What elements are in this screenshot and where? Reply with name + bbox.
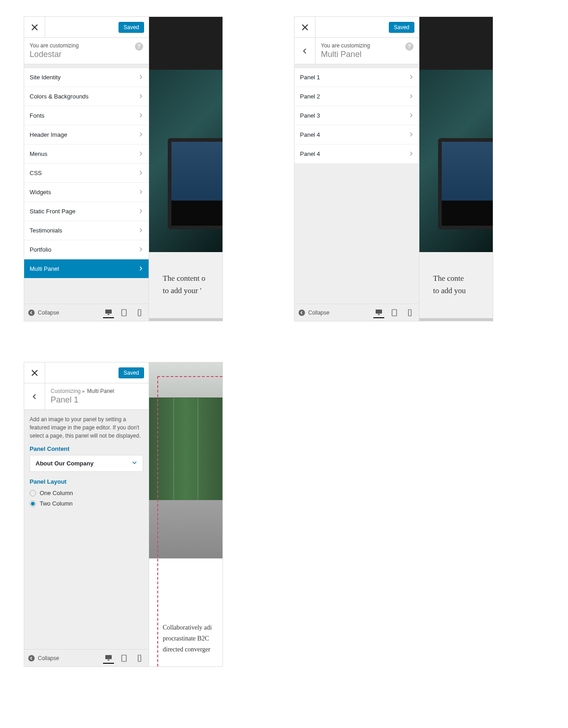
customizing-label: You are customizing bbox=[30, 42, 143, 49]
menu-item[interactable]: Multi Panel bbox=[24, 259, 149, 279]
svg-rect-8 bbox=[392, 310, 397, 316]
collapse-label: Collapse bbox=[38, 655, 59, 661]
menu-item-label: Panel 4 bbox=[300, 131, 320, 138]
preview-text-line: The conte bbox=[433, 272, 466, 284]
mobile-icon bbox=[136, 309, 143, 316]
customizer-root-panel: Saved You are customizing Lodestar ? Sit… bbox=[24, 16, 223, 321]
close-icon bbox=[302, 24, 308, 31]
saved-button[interactable]: Saved bbox=[119, 22, 144, 33]
collapse-label: Collapse bbox=[308, 310, 330, 316]
menu-item[interactable]: Menus bbox=[24, 145, 149, 164]
menu-item[interactable]: Header Image bbox=[24, 125, 149, 145]
svg-point-0 bbox=[28, 310, 35, 316]
chevron-right-icon bbox=[139, 227, 143, 234]
desktop-icon bbox=[105, 654, 112, 661]
customizer-panel-config: Saved Customizing▸Multi Panel Panel 1 Ad… bbox=[24, 362, 223, 667]
preview-text-line: directed converger bbox=[163, 644, 212, 655]
svg-rect-9 bbox=[408, 310, 411, 316]
preview-text-line: to add you bbox=[433, 284, 466, 297]
menu-item-label: Static Front Page bbox=[30, 208, 75, 215]
close-button[interactable] bbox=[294, 17, 315, 38]
menu-item-label: Panel 2 bbox=[300, 93, 320, 100]
collapse-button[interactable]: Collapse bbox=[28, 309, 59, 316]
close-button[interactable] bbox=[24, 362, 45, 383]
collapse-button[interactable]: Collapse bbox=[28, 655, 59, 662]
chevron-right-icon bbox=[409, 112, 413, 119]
collapse-icon bbox=[28, 309, 35, 316]
radio-label: One Column bbox=[40, 490, 73, 496]
preview-text-line: The content o bbox=[163, 272, 205, 284]
back-button[interactable] bbox=[24, 383, 45, 409]
collapse-icon bbox=[298, 309, 305, 316]
chevron-right-icon bbox=[139, 265, 143, 272]
layout-radio[interactable]: Two Column bbox=[24, 498, 149, 509]
desktop-icon bbox=[105, 309, 112, 316]
menu-item[interactable]: Static Front Page bbox=[24, 202, 149, 221]
breadcrumb: Customizing▸Multi Panel bbox=[51, 388, 143, 394]
tablet-icon bbox=[120, 655, 128, 662]
tablet-icon bbox=[120, 309, 128, 316]
help-icon[interactable]: ? bbox=[135, 42, 143, 51]
saved-button[interactable]: Saved bbox=[389, 22, 414, 33]
menu-item[interactable]: Site Identity bbox=[24, 68, 149, 87]
close-icon bbox=[31, 24, 38, 31]
radio-icon bbox=[30, 490, 36, 496]
menu-item[interactable]: Colors & Backgrounds bbox=[24, 87, 149, 106]
menu-item-label: Testimonials bbox=[30, 227, 62, 234]
panel-layout-label: Panel Layout bbox=[24, 478, 149, 488]
preview-pane: The conte to add you bbox=[419, 17, 493, 321]
collapse-button[interactable]: Collapse bbox=[298, 309, 330, 316]
help-icon[interactable]: ? bbox=[405, 42, 413, 51]
collapse-icon bbox=[28, 655, 35, 662]
preview-text-line: Collaboratively adi bbox=[163, 622, 212, 633]
chevron-right-icon bbox=[139, 74, 143, 81]
svg-rect-2 bbox=[108, 314, 109, 315]
menu-item[interactable]: Panel 4 bbox=[294, 145, 419, 164]
customizer-menu: Site IdentityColors & BackgroundsFontsHe… bbox=[24, 68, 149, 279]
menu-item[interactable]: Testimonials bbox=[24, 221, 149, 240]
preview-pane: Collaboratively adi procrastinate B2C di… bbox=[149, 362, 222, 666]
device-tablet-button[interactable] bbox=[389, 307, 400, 318]
section-title: Panel 1 bbox=[51, 395, 143, 405]
panel-content-label: Panel Content bbox=[24, 445, 149, 455]
svg-point-10 bbox=[28, 655, 35, 661]
collapse-label: Collapse bbox=[38, 310, 59, 316]
menu-item-label: Widgets bbox=[30, 189, 51, 196]
panel-menu: Panel 1Panel 2Panel 3Panel 4Panel 4 bbox=[294, 68, 419, 164]
svg-rect-14 bbox=[138, 655, 141, 661]
section-title: Multi Panel bbox=[321, 50, 413, 59]
mobile-icon bbox=[406, 309, 413, 316]
menu-item-label: Menus bbox=[30, 150, 47, 157]
menu-item[interactable]: CSS bbox=[24, 164, 149, 183]
menu-item[interactable]: Portfolio bbox=[24, 240, 149, 259]
device-tablet-button[interactable] bbox=[119, 653, 129, 664]
saved-button[interactable]: Saved bbox=[119, 367, 144, 378]
chevron-left-icon bbox=[31, 393, 38, 400]
device-mobile-button[interactable] bbox=[134, 307, 145, 318]
menu-item[interactable]: Panel 3 bbox=[294, 106, 419, 125]
customizer-sidebar: Saved You are customizing Multi Panel ? … bbox=[294, 17, 419, 321]
back-button[interactable] bbox=[294, 38, 315, 64]
menu-item-label: Portfolio bbox=[30, 246, 52, 253]
chevron-right-icon bbox=[139, 208, 143, 215]
layout-radio[interactable]: One Column bbox=[24, 488, 149, 498]
menu-item-label: CSS bbox=[30, 170, 42, 176]
device-mobile-button[interactable] bbox=[134, 653, 145, 664]
chevron-right-icon bbox=[409, 93, 413, 100]
menu-item[interactable]: Panel 1 bbox=[294, 68, 419, 87]
device-desktop-button[interactable] bbox=[373, 307, 384, 318]
device-desktop-button[interactable] bbox=[103, 307, 114, 318]
menu-item[interactable]: Panel 2 bbox=[294, 87, 419, 106]
customizer-sidebar: Saved You are customizing Lodestar ? Sit… bbox=[24, 17, 149, 321]
device-mobile-button[interactable] bbox=[404, 307, 415, 318]
menu-item[interactable]: Panel 4 bbox=[294, 125, 419, 145]
chevron-right-icon bbox=[409, 74, 413, 81]
svg-rect-1 bbox=[105, 310, 112, 314]
menu-item[interactable]: Fonts bbox=[24, 106, 149, 125]
menu-item[interactable]: Widgets bbox=[24, 183, 149, 202]
mobile-icon bbox=[136, 655, 143, 662]
device-desktop-button[interactable] bbox=[103, 653, 114, 664]
device-tablet-button[interactable] bbox=[119, 307, 129, 318]
panel-content-select[interactable]: About Our Company bbox=[30, 455, 143, 472]
close-button[interactable] bbox=[24, 17, 45, 38]
